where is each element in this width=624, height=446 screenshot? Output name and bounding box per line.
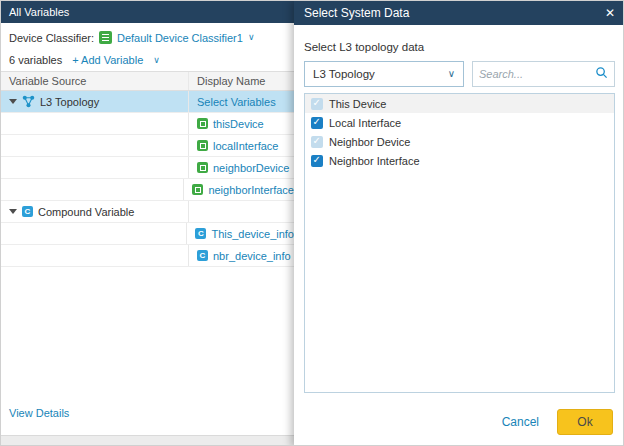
column-header-variable-source: Variable Source: [1, 72, 189, 90]
device-classifier-value[interactable]: Default Device Classifier1: [117, 32, 243, 44]
variables-count-row: 6 variables + Add Variable ∨: [9, 54, 160, 66]
list-item[interactable]: Local Interface: [305, 113, 614, 132]
row-source-label: Compound Variable: [38, 206, 134, 218]
variable-icon: [197, 118, 208, 129]
table-row-l3-topology[interactable]: L3 Topology Select Variables: [1, 91, 294, 113]
column-header-display-name: Display Name: [189, 72, 294, 90]
table-header: Variable Source Display Name: [1, 71, 294, 91]
screen: All Variables Device Classifier: Default…: [0, 0, 624, 446]
checkbox[interactable]: [311, 136, 323, 148]
compound-variable-icon: C: [195, 228, 206, 239]
table-row[interactable]: thisDevice: [1, 113, 294, 135]
bottom-scrollbar-strip[interactable]: [1, 435, 294, 446]
list-item[interactable]: This Device: [305, 94, 614, 113]
tree-expand-icon[interactable]: [9, 99, 17, 104]
variable-link[interactable]: This_device_info: [211, 228, 294, 240]
panel-title: All Variables: [9, 6, 69, 18]
variable-link[interactable]: neighborInterface: [208, 184, 294, 196]
table-row[interactable]: C This_device_info: [1, 223, 294, 245]
list-item-label: This Device: [329, 98, 386, 110]
variable-icon: [192, 184, 203, 195]
select-variables-link[interactable]: Select Variables: [197, 96, 276, 108]
search-input[interactable]: [479, 68, 595, 80]
search-box: [472, 61, 615, 87]
close-icon[interactable]: ✕: [605, 6, 615, 20]
add-variable-button[interactable]: + Add Variable: [72, 54, 143, 66]
variable-icon: [197, 162, 208, 173]
modal-title: Select System Data: [304, 6, 605, 20]
chevron-down-icon: ∨: [448, 69, 455, 79]
list-item[interactable]: Neighbor Device: [305, 132, 614, 151]
modal-header: Select System Data ✕: [294, 1, 624, 25]
chevron-down-icon[interactable]: ∨: [153, 56, 160, 65]
cancel-button[interactable]: Cancel: [502, 415, 539, 429]
variable-link[interactable]: localInterface: [213, 140, 278, 152]
chevron-down-icon[interactable]: ∨: [248, 33, 255, 42]
variable-link[interactable]: neighborDevice: [213, 162, 289, 174]
table-row-compound-variable[interactable]: C Compound Variable: [1, 201, 294, 223]
modal-footer: Cancel Ok: [502, 409, 613, 435]
variables-table: Variable Source Display Name L3 Topology: [1, 71, 294, 267]
l3-topology-icon: [22, 95, 35, 108]
variable-link[interactable]: nbr_device_info: [213, 250, 291, 262]
checkbox[interactable]: [311, 155, 323, 167]
variables-count: 6 variables: [9, 54, 62, 66]
search-icon[interactable]: [595, 65, 608, 83]
device-classifier-icon: [99, 31, 112, 44]
tree-expand-icon[interactable]: [9, 209, 17, 214]
list-item[interactable]: Neighbor Interface: [305, 151, 614, 170]
checkbox[interactable]: [311, 117, 323, 129]
compound-variable-icon: C: [197, 250, 208, 261]
table-row[interactable]: localInterface: [1, 135, 294, 157]
list-item-label: Neighbor Interface: [329, 155, 420, 167]
system-data-list: This Device Local Interface Neighbor Dev…: [304, 93, 615, 393]
dropdown-value: L3 Topology: [313, 68, 448, 80]
device-classifier-label: Device Classifier:: [9, 32, 94, 44]
section-label: Select L3 topology data: [304, 41, 424, 53]
table-row[interactable]: neighborDevice: [1, 157, 294, 179]
ok-button[interactable]: Ok: [557, 409, 613, 435]
variable-icon: [197, 140, 208, 151]
row-source-label: L3 Topology: [40, 96, 99, 108]
panel-header: All Variables: [1, 1, 294, 23]
table-row[interactable]: neighborInterface: [1, 179, 294, 201]
device-classifier-row: Device Classifier: Default Device Classi…: [9, 31, 255, 44]
variable-link[interactable]: thisDevice: [213, 118, 264, 130]
list-item-label: Local Interface: [329, 117, 401, 129]
table-row[interactable]: C nbr_device_info: [1, 245, 294, 267]
all-variables-panel: All Variables Device Classifier: Default…: [1, 1, 294, 446]
checkbox[interactable]: [311, 98, 323, 110]
view-details-link[interactable]: View Details: [9, 407, 69, 419]
select-system-data-modal: Select System Data ✕ Select L3 topology …: [294, 1, 624, 446]
list-item-label: Neighbor Device: [329, 136, 410, 148]
compound-variable-icon: C: [22, 206, 33, 217]
topology-dropdown[interactable]: L3 Topology ∨: [304, 61, 464, 87]
